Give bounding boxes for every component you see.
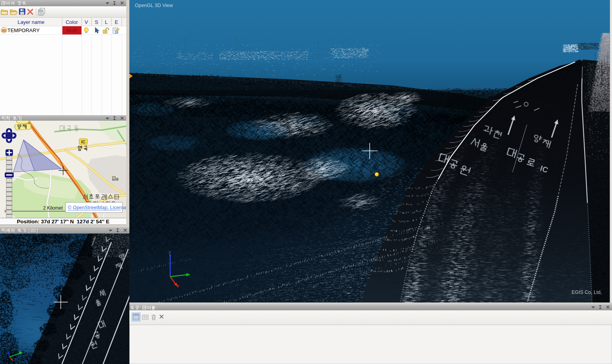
svg-text:E: E <box>115 19 118 25</box>
svg-text:ABC: ABC <box>115 31 119 33</box>
svg-text:Layer name: Layer name <box>18 19 45 25</box>
svg-text:L: L <box>105 19 107 25</box>
svg-text:V: V <box>85 19 88 25</box>
svg-text:Multi: Multi <box>66 27 77 33</box>
svg-text:S: S <box>95 19 98 25</box>
svg-text:3D: 3D <box>2 29 6 33</box>
svg-text:TEMPORARY: TEMPORARY <box>7 27 40 33</box>
svg-text:Color: Color <box>65 19 78 25</box>
